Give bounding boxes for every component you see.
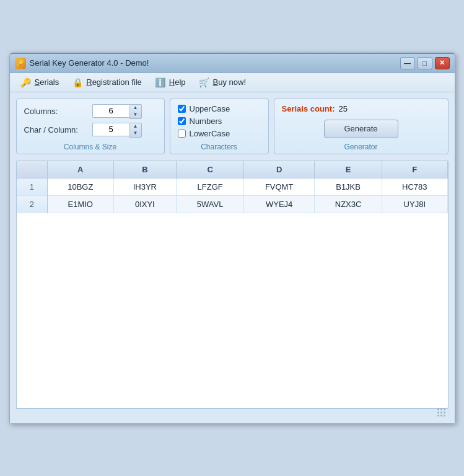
table-cell: NZX3C <box>315 195 382 213</box>
uppercase-checkbox[interactable] <box>178 105 186 113</box>
scroll-corner <box>16 408 449 417</box>
title-bar-buttons: — □ ✕ <box>400 57 450 69</box>
table-cell: LFZGF <box>177 178 244 195</box>
table-row: 110BGZIH3YRLFZGFFVQMTB1JKBHC783 <box>17 178 448 195</box>
panels-row: Columns: ▲ ▼ Char / Column: ▲ <box>16 99 449 154</box>
columns-spin-down[interactable]: ▼ <box>130 112 141 118</box>
menu-buy[interactable]: 🛒 Buy now! <box>193 75 251 90</box>
char-column-field-row: Char / Column: ▲ ▼ <box>24 123 157 138</box>
menu-help-label: Help <box>169 77 186 87</box>
grip-dot <box>440 408 442 410</box>
serials-table-wrapper: A B C D E F 110BGZIH3YRLFZGFFVQMTB1JKBHC… <box>16 161 449 408</box>
lowercase-label[interactable]: LowerCase <box>190 129 230 138</box>
grip-dot <box>437 415 439 416</box>
characters-panel: UpperCase Numbers LowerCase Characters <box>170 99 269 154</box>
table-row-number: 2 <box>17 195 48 213</box>
numbers-row: Numbers <box>178 117 261 126</box>
table-cell: 10BGZ <box>48 178 114 195</box>
table-cell: UYJ8I <box>382 195 447 213</box>
char-column-input[interactable] <box>92 123 129 136</box>
table-cell: B1JKB <box>315 178 382 195</box>
serials-count-row: Serials count: 25 <box>282 104 440 113</box>
menu-bar: 🔑 Serials 🔒 Registration file ℹ️ Help 🛒 … <box>10 73 455 92</box>
menu-registration-label: Registration file <box>86 77 142 87</box>
char-column-label: Char / Column: <box>24 125 92 134</box>
uppercase-label[interactable]: UpperCase <box>190 104 230 113</box>
menu-serials[interactable]: 🔑 Serials <box>15 75 64 90</box>
numbers-label[interactable]: Numbers <box>190 117 222 126</box>
table-cell: IH3YR <box>113 178 177 195</box>
resize-grip <box>437 408 446 417</box>
table-header-b: B <box>113 161 177 178</box>
grip-dot <box>444 415 445 416</box>
table-cell: FVQMT <box>244 178 315 195</box>
uppercase-row: UpperCase <box>178 104 261 113</box>
char-column-spin-down[interactable]: ▼ <box>130 130 141 137</box>
table-cell: 5WAVL <box>177 195 244 213</box>
char-column-spinners: ▲ ▼ <box>129 123 142 138</box>
app-window: 🔑 Serial Key Generator 4.0 - Demo! — □ ✕… <box>9 53 455 424</box>
characters-panel-label: Characters <box>170 143 268 151</box>
buy-icon: 🛒 <box>198 77 211 88</box>
menu-registration[interactable]: 🔒 Registration file <box>66 75 147 90</box>
table-header-row: A B C D E F <box>17 161 448 178</box>
table-header-a: A <box>48 161 114 178</box>
table-header-f: F <box>382 161 447 178</box>
app-icon: 🔑 <box>15 58 26 69</box>
generate-button[interactable]: Generate <box>324 120 398 138</box>
window-title: Serial Key Generator 4.0 - Demo! <box>30 58 149 68</box>
menu-serials-label: Serials <box>35 77 59 87</box>
columns-label: Columns: <box>24 107 92 116</box>
columns-field-row: Columns: ▲ ▼ <box>24 104 157 119</box>
generator-panel-label: Generator <box>274 143 448 151</box>
grip-dot <box>440 412 442 413</box>
serials-table: A B C D E F 110BGZIH3YRLFZGFFVQMTB1JKBHC… <box>17 161 448 213</box>
title-bar-left: 🔑 Serial Key Generator 4.0 - Demo! <box>15 58 149 69</box>
grip-dot <box>444 408 445 410</box>
table-body: 110BGZIH3YRLFZGFFVQMTB1JKBHC7832E1MIO0IX… <box>17 178 448 213</box>
grip-dot <box>440 415 442 416</box>
table-header-c: C <box>177 161 244 178</box>
columns-input-group: ▲ ▼ <box>92 104 142 119</box>
lowercase-checkbox[interactable] <box>178 130 186 138</box>
columns-spinners: ▲ ▼ <box>129 104 142 119</box>
table-row: 2E1MIO0IXYI5WAVLWYEJ4NZX3CUYJ8I <box>17 195 448 213</box>
grip-dot <box>437 408 439 410</box>
table-cell: E1MIO <box>48 195 114 213</box>
table-cell: 0IXYI <box>113 195 177 213</box>
grip-dot <box>444 412 445 413</box>
char-column-spin-up[interactable]: ▲ <box>130 123 141 130</box>
serials-icon: 🔑 <box>20 77 32 88</box>
close-button[interactable]: ✕ <box>435 57 450 69</box>
minimize-button[interactable]: — <box>400 57 415 69</box>
columns-size-panel: Columns: ▲ ▼ Char / Column: ▲ <box>16 99 165 154</box>
maximize-button[interactable]: □ <box>418 57 432 69</box>
table-row-number: 1 <box>17 178 48 195</box>
serials-count-value: 25 <box>338 104 347 113</box>
columns-spin-up[interactable]: ▲ <box>130 105 141 112</box>
help-icon: ℹ️ <box>154 77 167 88</box>
table-cell: WYEJ4 <box>244 195 315 213</box>
menu-help[interactable]: ℹ️ Help <box>149 75 191 90</box>
table-header-index <box>17 161 48 178</box>
main-content: Columns: ▲ ▼ Char / Column: ▲ <box>10 92 455 423</box>
table-header-d: D <box>244 161 315 178</box>
grip-dot <box>437 412 439 413</box>
lowercase-row: LowerCase <box>178 129 261 138</box>
generator-panel: Serials count: 25 Generate Generator <box>274 99 449 154</box>
menu-buy-label: Buy now! <box>213 77 246 87</box>
serials-count-label: Serials count: <box>282 104 335 113</box>
table-cell: HC783 <box>382 178 447 195</box>
title-bar: 🔑 Serial Key Generator 4.0 - Demo! — □ ✕ <box>10 54 455 73</box>
numbers-checkbox[interactable] <box>178 117 186 125</box>
table-header-e: E <box>315 161 382 178</box>
columns-input[interactable] <box>92 104 129 118</box>
columns-size-panel-label: Columns & Size <box>17 143 164 151</box>
registration-icon: 🔒 <box>71 77 84 88</box>
char-column-input-group: ▲ ▼ <box>92 123 142 138</box>
